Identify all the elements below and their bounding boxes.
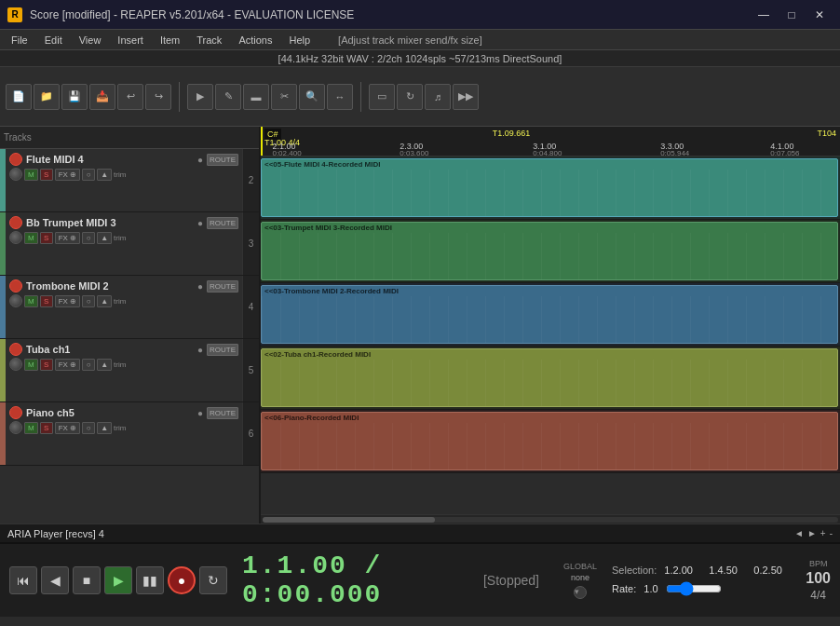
scroll-left-btn[interactable]: ◄	[794, 528, 804, 538]
track-phase-3[interactable]: ▲	[97, 295, 112, 307]
track-phase-1[interactable]: ▲	[97, 169, 112, 181]
track-route-btn-3[interactable]: ROUTE	[207, 280, 238, 293]
track-mute-2[interactable]: M	[24, 232, 38, 244]
track-env-2[interactable]: ○	[82, 232, 95, 244]
scroll-track[interactable]	[263, 517, 838, 523]
loop-button[interactable]: ↻	[199, 566, 227, 594]
track-route-btn-5[interactable]: ROUTE	[207, 407, 238, 419]
clip-row-5[interactable]: <<06-Piano-Recorded MIDI	[261, 410, 840, 473]
track-vol-knob-1[interactable]	[9, 168, 22, 181]
toolbar-render[interactable]: ▶▶	[453, 84, 479, 110]
track-env-5[interactable]: ○	[82, 422, 95, 434]
track-solo-2[interactable]: S	[40, 232, 53, 244]
track-route-btn-4[interactable]: ROUTE	[207, 344, 238, 356]
track-trim-2: trim	[114, 234, 126, 242]
track-fx-1[interactable]: FX ⊕	[55, 169, 80, 181]
track-route-btn-2[interactable]: ROUTE	[207, 217, 238, 229]
clip-trumpet[interactable]: <<03-Trumpet MIDI 3-Recorded MIDI	[261, 222, 838, 280]
scroll-thumb[interactable]	[263, 517, 435, 523]
track-env-4[interactable]: ○	[82, 359, 95, 371]
toolbar-new[interactable]: 📄	[6, 84, 32, 110]
scroll-right-btn[interactable]: ►	[807, 528, 817, 538]
menu-edit[interactable]: Edit	[37, 33, 70, 48]
toolbar-loop[interactable]: ↻	[397, 84, 423, 110]
menu-file[interactable]: File	[4, 33, 35, 48]
track-record-btn-4[interactable]	[9, 343, 22, 356]
toolbar-cut-tool[interactable]: ✂	[271, 84, 297, 110]
app-icon: R	[7, 7, 22, 22]
track-fx-2[interactable]: FX ⊕	[55, 232, 80, 244]
menu-insert[interactable]: Insert	[110, 33, 151, 48]
track-phase-4[interactable]: ▲	[97, 359, 112, 371]
toolbar-undo[interactable]: ↩	[117, 84, 143, 110]
toolbar-saveas[interactable]: 📥	[89, 84, 115, 110]
track-fx-3[interactable]: FX ⊕	[55, 295, 80, 307]
track-solo-1[interactable]: S	[40, 169, 53, 181]
track-fx-5[interactable]: FX ⊕	[55, 422, 80, 434]
track-solo-4[interactable]: S	[40, 359, 53, 371]
menu-actions[interactable]: Actions	[231, 33, 279, 48]
minimize-button[interactable]: —	[751, 6, 777, 24]
track-record-btn-5[interactable]	[9, 406, 22, 419]
track-vol-knob-5[interactable]	[9, 421, 22, 434]
menu-help[interactable]: Help	[281, 33, 318, 48]
track-phase-2[interactable]: ▲	[97, 232, 112, 244]
clip-row-2[interactable]: <<03-Trumpet MIDI 3-Recorded MIDI	[261, 220, 840, 283]
toolbar-stretch[interactable]: ↔	[327, 84, 353, 110]
menu-item[interactable]: Item	[153, 33, 187, 48]
track-env-3[interactable]: ○	[82, 295, 95, 307]
toolbar-redo[interactable]: ↪	[145, 84, 171, 110]
skip-back-button[interactable]: ⏮	[9, 566, 37, 594]
clip-tuba[interactable]: <<02-Tuba ch1-Recorded MIDI	[261, 348, 838, 407]
track-mute-1[interactable]: M	[24, 169, 38, 181]
toolbar-open[interactable]: 📁	[34, 84, 60, 110]
toolbar-save[interactable]: 💾	[61, 84, 88, 110]
ruler-time-1: 0:02.400	[272, 149, 301, 156]
prev-button[interactable]: ◀	[41, 566, 69, 594]
clip-row-3[interactable]: <<03-Trombone MIDI 2-Recorded MIDI	[261, 283, 840, 347]
pause-button[interactable]: ▮▮	[136, 566, 164, 594]
clip-row-4[interactable]: <<02-Tuba ch1-Recorded MIDI	[261, 347, 840, 410]
menu-track[interactable]: Track	[189, 33, 229, 48]
timeline-ruler[interactable]: C# T1.00 4/4 T1.09.661 T104 2.1.00 0:02.…	[261, 127, 840, 156]
track-vol-knob-4[interactable]	[9, 358, 22, 371]
track-record-btn-2[interactable]	[9, 216, 22, 229]
add-track-btn[interactable]: +	[820, 528, 826, 538]
track-mute-4[interactable]: M	[24, 359, 38, 371]
track-mute-3[interactable]: M	[24, 295, 38, 307]
track-vol-knob-2[interactable]	[9, 231, 22, 244]
clip-flute[interactable]: <<05-Flute MIDI 4-Recorded MIDI	[261, 158, 838, 217]
track-solo-3[interactable]: S	[40, 295, 53, 307]
toolbar-zoom[interactable]: 🔍	[299, 84, 325, 110]
play-button[interactable]: ▶	[104, 566, 132, 594]
maximize-button[interactable]: □	[779, 6, 805, 24]
close-button[interactable]: ✕	[806, 6, 833, 24]
track-route-btn-1[interactable]: ROUTE	[207, 154, 238, 166]
global-dropdown[interactable]: ▾	[574, 586, 587, 599]
clip-row-1[interactable]: <<05-Flute MIDI 4-Recorded MIDI	[261, 156, 840, 220]
track-fx-4[interactable]: FX ⊕	[55, 359, 80, 371]
toolbar-cursor[interactable]: ▶	[187, 84, 213, 110]
track-phase-5[interactable]: ▲	[97, 422, 112, 434]
horizontal-scrollbar[interactable]	[261, 514, 840, 524]
toolbar-metronome[interactable]: ♬	[425, 84, 451, 110]
toolbar-pencil[interactable]: ✎	[215, 84, 241, 110]
track-env-1[interactable]: ○	[82, 169, 95, 181]
toolbar-select[interactable]: ▬	[243, 84, 269, 110]
record-button[interactable]: ●	[168, 566, 196, 594]
remove-track-btn[interactable]: -	[830, 528, 833, 538]
clip-piano[interactable]: <<06-Piano-Recorded MIDI	[261, 412, 838, 470]
clip-trombone[interactable]: <<03-Trombone MIDI 2-Recorded MIDI	[261, 285, 838, 344]
track-vol-knob-3[interactable]	[9, 294, 22, 307]
track-record-btn-3[interactable]	[9, 279, 22, 293]
toolbar-snap[interactable]: ▭	[369, 84, 395, 110]
rate-slider[interactable]	[666, 581, 722, 596]
stop-button[interactable]: ■	[73, 566, 101, 594]
track-panel-header: Tracks	[0, 127, 259, 149]
track-mute-5[interactable]: M	[24, 422, 38, 434]
track-solo-5[interactable]: S	[40, 422, 53, 434]
track-name-row-1: Flute MIDI 4 ● ROUTE	[9, 153, 238, 166]
track-record-btn-1[interactable]	[9, 153, 22, 166]
menu-view[interactable]: View	[72, 33, 109, 48]
tracks-content[interactable]: <<05-Flute MIDI 4-Recorded MIDI <<03-Tru…	[261, 156, 840, 514]
